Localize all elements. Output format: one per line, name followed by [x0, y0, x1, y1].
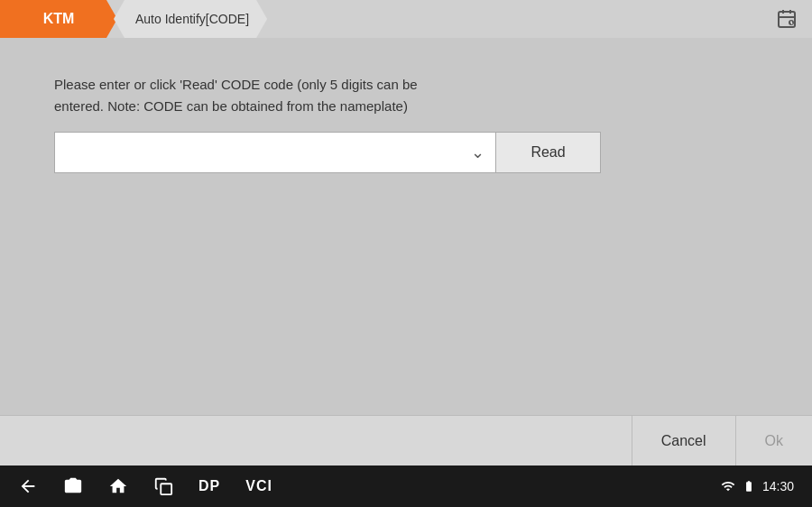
content-box: Please enter or click 'Read' CODE code (… — [54, 74, 601, 173]
battery-icon — [743, 480, 755, 493]
instruction-line1: Please enter or click 'Read' CODE code (… — [54, 77, 418, 92]
header-spacer — [267, 0, 761, 38]
system-bar: DP VCI 14:30 — [0, 466, 812, 507]
function-tab[interactable]: Auto Identify[CODE] — [114, 0, 267, 38]
dp-label: DP — [198, 478, 220, 494]
ok-label: Ok — [765, 433, 783, 449]
back-icon[interactable] — [18, 476, 38, 496]
cancel-label: Cancel — [661, 433, 706, 449]
svg-line-6 — [791, 23, 792, 24]
camera-icon[interactable] — [63, 476, 83, 496]
cancel-button[interactable]: Cancel — [632, 416, 735, 466]
vci-label: VCI — [245, 478, 272, 494]
brand-label: KTM — [43, 11, 75, 27]
wifi-icon — [721, 479, 735, 493]
system-bar-left: DP VCI — [18, 476, 272, 496]
vci-icon[interactable]: VCI — [245, 478, 272, 494]
read-button-label: Read — [531, 144, 565, 161]
svg-rect-7 — [161, 484, 171, 494]
system-bar-right: 14:30 — [721, 479, 794, 493]
code-dropdown[interactable]: ⌄ — [54, 132, 496, 173]
copy-icon[interactable] — [153, 476, 173, 496]
home-icon[interactable] — [108, 476, 128, 496]
read-button[interactable]: Read — [496, 132, 601, 173]
main-content: Please enter or click 'Read' CODE code (… — [0, 38, 812, 415]
system-time: 14:30 — [762, 479, 794, 493]
brand-tab[interactable]: KTM — [0, 0, 117, 38]
action-bar: Cancel Ok — [0, 415, 812, 466]
instruction-text: Please enter or click 'Read' CODE code (… — [54, 74, 601, 117]
ok-button: Ok — [735, 416, 812, 466]
calendar-icon-button[interactable] — [761, 0, 812, 38]
dp-icon[interactable]: DP — [198, 478, 220, 494]
chevron-down-icon: ⌄ — [471, 143, 484, 162]
input-row: ⌄ Read — [54, 132, 601, 173]
function-tab-label: Auto Identify[CODE] — [135, 12, 249, 26]
header-bar: KTM Auto Identify[CODE] — [0, 0, 812, 38]
instruction-line2: entered. Note: CODE can be obtained from… — [54, 98, 408, 114]
